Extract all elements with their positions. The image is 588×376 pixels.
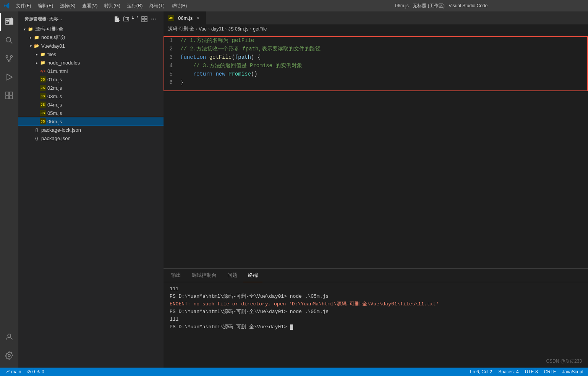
svg-point-13	[8, 334, 11, 337]
terminal-line: PS D:\YuanMa\html\源码-可删-全\Vue\day01> nod…	[170, 293, 582, 300]
tree-item-nodejs[interactable]: 📁 nodejs部分	[18, 33, 164, 42]
panel-tab-problems[interactable]: 问题	[223, 269, 242, 282]
status-language[interactable]: JavaScript	[560, 368, 585, 376]
breadcrumb-item-3[interactable]: JS 06m.js	[228, 26, 249, 32]
new-file-button[interactable]	[113, 15, 121, 23]
tree-label-05m-js: 05m.js	[47, 110, 164, 116]
tree-item-01m-js[interactable]: JS 01m.js	[18, 75, 164, 84]
tree-item-files[interactable]: 📁 files	[18, 50, 164, 58]
svg-rect-19	[142, 16, 144, 19]
breadcrumb-sep-2: ›	[225, 26, 227, 32]
status-branch[interactable]: ⎇ main	[3, 368, 23, 376]
status-encoding[interactable]: UTF-8	[523, 368, 539, 376]
refresh-button[interactable]	[131, 15, 139, 23]
tab-bar: JS 06m.js ✕	[164, 11, 588, 25]
breadcrumb-sep-1: ›	[208, 26, 210, 32]
menu-view[interactable]: 查看(V)	[79, 2, 100, 10]
status-eol[interactable]: CRLF	[543, 368, 557, 376]
activity-account[interactable]	[0, 328, 18, 346]
line-number: 5	[164, 70, 179, 78]
activity-explorer[interactable]	[0, 13, 18, 31]
tree-label-02m-js: 02m.js	[47, 85, 164, 91]
json-file-icon: {}	[34, 135, 40, 141]
tree-item-01m-html[interactable]: </> 01m.html	[18, 67, 164, 75]
code-line: 3function getFile(fpath) {	[164, 53, 588, 61]
panel-tab-terminal[interactable]: 终端	[243, 269, 262, 282]
extensions-icon	[5, 91, 14, 100]
source-control-icon	[5, 54, 14, 63]
search-icon	[5, 36, 14, 45]
code-line: 5 return new Promise()	[164, 70, 588, 78]
tree-item-03m-js[interactable]: JS 03m.js	[18, 92, 164, 100]
menu-file[interactable]: 文件(F)	[13, 2, 34, 10]
tree-label-files: files	[47, 52, 164, 57]
tree-item-package-lock[interactable]: {} package-lock.json	[18, 126, 164, 134]
status-errors[interactable]: ⊘ 0 ⚠ 0	[26, 368, 45, 376]
svg-point-6	[11, 56, 13, 58]
line-content: // 3.方法的返回值是 Promise 的实例对象	[179, 61, 302, 70]
menu-goto[interactable]: 转到(G)	[101, 2, 123, 10]
status-spaces[interactable]: Spaces: 4	[497, 368, 520, 376]
menu-terminal[interactable]: 终端(T)	[146, 2, 167, 10]
new-folder-icon	[123, 16, 129, 22]
tree-item-05m-js[interactable]: JS 05m.js	[18, 109, 164, 117]
activity-settings[interactable]	[0, 346, 18, 365]
panel-tab-debug-label: 调试控制台	[192, 272, 217, 279]
tree-label-package-lock: package-lock.json	[41, 127, 164, 133]
status-line-col[interactable]: Ln 6, Col 2	[468, 368, 494, 376]
tree-label-04m-js: 04m.js	[47, 102, 164, 108]
tree-item-02m-js[interactable]: JS 02m.js	[18, 84, 164, 92]
line-number: 2	[164, 45, 179, 53]
activity-debug[interactable]	[0, 68, 18, 86]
tree-item-node-modules[interactable]: 📁 node_modules	[18, 58, 164, 67]
tree-item-root[interactable]: 📁 源码-可删-全	[18, 25, 164, 33]
title-bar: 文件(F) 编辑(E) 选择(S) 查看(V) 转到(G) 运行(R) 终端(T…	[0, 0, 588, 11]
terminal-line: 111	[170, 316, 582, 323]
line-number: 3	[164, 53, 179, 61]
more-button[interactable]: ···	[150, 15, 157, 23]
tab-close-button[interactable]: ✕	[195, 15, 201, 21]
tree-item-04m-js[interactable]: JS 04m.js	[18, 100, 164, 109]
editor-panel-wrapper: 1// 1.方法的名称为 getFile2// 2.方法接收一个形参 fpath…	[164, 33, 588, 368]
file-tree: 📁 源码-可删-全 📁 nodejs部分 📂 Vue\day01 📁 files	[18, 25, 164, 368]
svg-marker-8	[7, 74, 12, 80]
breadcrumb-item-4[interactable]: getFile	[253, 26, 267, 32]
menu-select[interactable]: 选择(S)	[57, 2, 78, 10]
panel-area: 输出 调试控制台 问题 终端 111PS D:\YuanMa\html\源码-可…	[164, 268, 588, 368]
breadcrumb-item-0[interactable]: 源码-可删-全	[168, 26, 194, 32]
tree-label-nodejs: nodejs部分	[41, 34, 164, 41]
breadcrumb-item-2[interactable]: day01	[211, 26, 224, 32]
debug-icon	[5, 73, 14, 82]
panel-tab-output[interactable]: 输出	[167, 269, 186, 282]
activity-bar	[0, 11, 18, 368]
tab-06m-js[interactable]: JS 06m.js ✕	[164, 11, 206, 24]
line-content: return new Promise()	[179, 70, 258, 78]
tree-item-vue-day01[interactable]: 📂 Vue\day01	[18, 42, 164, 50]
tree-item-package-json[interactable]: {} package.json	[18, 134, 164, 142]
svg-rect-20	[145, 16, 147, 19]
panel-tab-debug[interactable]: 调试控制台	[187, 269, 221, 282]
tree-item-06m-js[interactable]: JS 06m.js	[18, 117, 164, 126]
collapse-button[interactable]	[141, 15, 148, 23]
code-editor[interactable]: 1// 1.方法的名称为 getFile2// 2.方法接收一个形参 fpath…	[164, 33, 588, 268]
terminal-cursor	[290, 324, 293, 330]
activity-search[interactable]	[0, 31, 18, 50]
activity-scm[interactable]	[0, 50, 18, 68]
menu-edit[interactable]: 编辑(E)	[35, 2, 56, 10]
new-folder-button[interactable]	[122, 15, 130, 23]
activity-extensions[interactable]	[0, 86, 18, 105]
js-file-icon-05: JS	[40, 110, 46, 116]
sidebar-header: 资源管理器: 无标...	[18, 11, 164, 25]
panel-tab-output-label: 输出	[171, 272, 181, 279]
terminal-content[interactable]: 111PS D:\YuanMa\html\源码-可删-全\Vue\day01> …	[164, 282, 588, 368]
tree-label-vue-day01: Vue\day01	[41, 43, 164, 49]
tree-arrow-nodejs	[28, 34, 34, 40]
breadcrumb-item-1[interactable]: Vue	[199, 26, 207, 32]
breadcrumb-sep-3: ›	[250, 26, 251, 32]
vscode-logo-icon	[4, 3, 10, 9]
tree-arrow-root	[21, 26, 28, 32]
menu-help[interactable]: 帮助(H)	[168, 2, 190, 10]
new-file-icon	[114, 16, 120, 22]
refresh-icon	[132, 16, 138, 22]
menu-run[interactable]: 运行(R)	[124, 2, 146, 10]
